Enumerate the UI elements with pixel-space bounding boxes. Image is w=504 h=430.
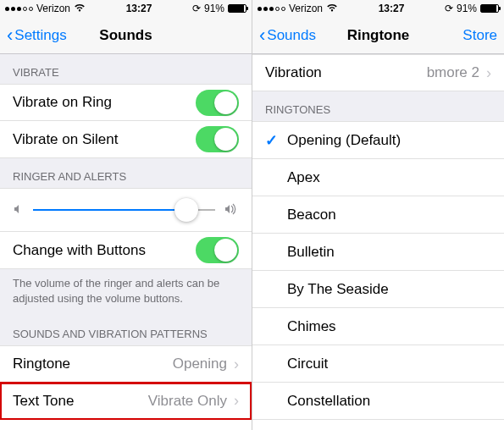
row-label: Vibrate on Silent	[13, 131, 196, 148]
row-label: Text Tone	[13, 393, 148, 410]
clock: 13:27	[379, 3, 405, 14]
battery-percentage: 91%	[204, 3, 224, 14]
row-value: Opening	[173, 356, 227, 372]
text-tone-row[interactable]: Text Tone Vibrate Only ›	[0, 383, 252, 420]
rotation-lock-icon: ⟳	[445, 3, 453, 14]
ringtone-option[interactable]: ✓Opening (Default)	[252, 122, 504, 159]
ringtone-name: Apex	[287, 169, 491, 186]
change-with-buttons-row[interactable]: Change with Buttons	[0, 232, 252, 269]
ringtone-option[interactable]: Beacon	[252, 196, 504, 234]
vibrate-on-silent-switch[interactable]	[196, 126, 239, 152]
row-label: Ringtone	[13, 356, 173, 372]
new-voicemail-row[interactable]: New Voicemail Tri-tone ›	[0, 420, 252, 430]
vibrate-on-ring-row[interactable]: Vibrate on Ring	[0, 84, 252, 121]
row-value: Vibrate Only	[148, 393, 227, 410]
section-header-ringtones: Ringtones	[252, 91, 504, 121]
ringtone-name: Beacon	[287, 207, 491, 223]
speaker-low-icon	[13, 203, 25, 218]
battery-icon	[228, 4, 246, 13]
ringtone-name: Circuit	[287, 356, 491, 372]
carrier-label: Verizon	[36, 3, 70, 14]
nav-bar: ‹ Settings Sounds	[0, 17, 252, 54]
ringtone-name: Bulletin	[287, 244, 491, 261]
ringtone-name: By The Seaside	[287, 281, 491, 298]
ringtone-option[interactable]: By The Seaside	[252, 271, 504, 308]
ringtone-row[interactable]: Ringtone Opening ›	[0, 345, 252, 383]
signal-strength-icon	[5, 7, 33, 11]
ringtone-option[interactable]: Apex	[252, 159, 504, 196]
status-bar: Verizon 13:27 ⟳ 91%	[0, 0, 252, 17]
store-button[interactable]: Store	[462, 27, 497, 44]
battery-icon	[480, 4, 499, 13]
section-footer: The volume of the ringer and alerts can …	[0, 269, 252, 316]
ringtone-option[interactable]: Cosmic	[252, 420, 504, 430]
ringtone-option[interactable]: Chimes	[252, 308, 504, 345]
row-label: Vibrate on Ring	[13, 94, 196, 111]
vibrate-on-silent-row[interactable]: Vibrate on Silent	[0, 121, 252, 158]
checkmark-icon: ✓	[265, 131, 284, 150]
wifi-icon	[74, 3, 86, 14]
chevron-right-icon: ›	[234, 392, 239, 410]
volume-slider-row[interactable]	[0, 188, 252, 232]
section-header-vibrate: Vibrate	[0, 54, 252, 84]
row-label: Vibration	[265, 64, 427, 81]
rotation-lock-icon: ⟳	[192, 3, 201, 14]
clock: 13:27	[126, 3, 152, 14]
row-label: Change with Buttons	[13, 242, 196, 259]
ringtone-name: Chimes	[287, 318, 491, 335]
vibrate-on-ring-switch[interactable]	[196, 90, 239, 116]
ringtone-name: Opening (Default)	[287, 132, 491, 149]
page-title: Sounds	[0, 27, 252, 44]
chevron-right-icon: ›	[234, 356, 239, 373]
signal-strength-icon	[258, 7, 285, 11]
ringtone-option[interactable]: Constellation	[252, 383, 504, 420]
status-bar: Verizon 13:27 ⟳ 91%	[252, 0, 504, 17]
sounds-settings-screen: Verizon 13:27 ⟳ 91% ‹ Settings Sounds Vi…	[0, 0, 252, 430]
nav-bar: ‹ Sounds Ringtone Store	[252, 17, 504, 54]
change-with-buttons-switch[interactable]	[196, 237, 239, 263]
section-header-patterns: Sounds and Vibration Patterns	[0, 316, 252, 345]
ringtone-picker-screen: Verizon 13:27 ⟳ 91% ‹ Sounds Ringtone St…	[252, 0, 504, 430]
volume-slider[interactable]	[33, 197, 215, 223]
carrier-label: Verizon	[289, 3, 323, 14]
wifi-icon	[326, 3, 338, 14]
row-value: bmore 2	[427, 64, 479, 81]
ringtone-option[interactable]: Circuit	[252, 345, 504, 383]
section-header-ringer: Ringer and Alerts	[0, 158, 252, 188]
chevron-right-icon: ›	[486, 64, 491, 82]
speaker-high-icon	[224, 203, 239, 218]
ringtone-option[interactable]: Bulletin	[252, 234, 504, 271]
ringtone-name: Constellation	[287, 393, 491, 410]
battery-percentage: 91%	[457, 3, 477, 14]
vibration-row[interactable]: Vibration bmore 2 ›	[252, 54, 504, 91]
